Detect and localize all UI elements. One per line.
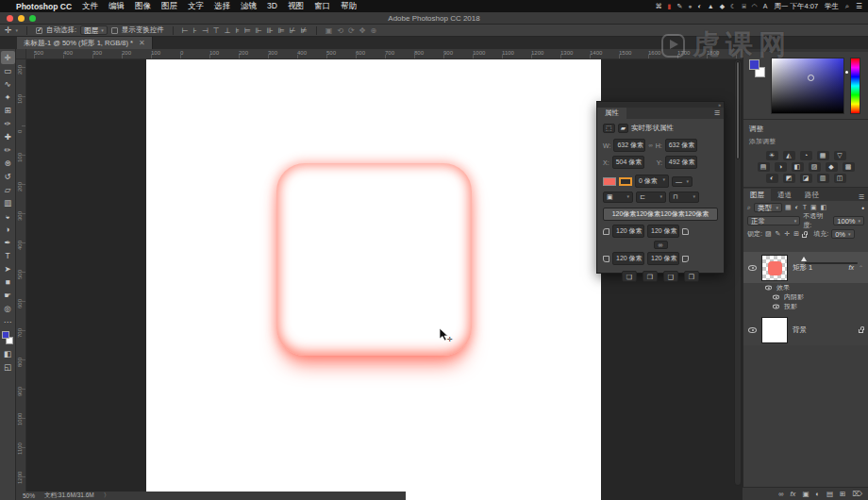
screen-mode-button[interactable]: ◱ [1,360,15,374]
tab-layers[interactable]: 图层 [743,189,771,201]
align-left-icon[interactable]: ⊢ [182,26,189,35]
3d-slide-icon[interactable]: ⊕ [370,26,376,35]
panel-menu-icon[interactable]: ☰ [714,109,720,117]
shield-icon[interactable]: ◆ [720,3,725,10]
vertical-ruler[interactable]: 2001000100200300400500600700800900100011… [16,59,26,500]
levels-icon[interactable]: ◭ [783,151,795,160]
menu-item[interactable]: 图像 [135,1,151,12]
zoom-tool[interactable]: ◎ [1,302,15,315]
color-lookup-icon[interactable]: ▩ [843,162,855,172]
exposure-icon[interactable]: ▦ [817,151,829,160]
layers-menu-icon[interactable]: ☰ [859,193,864,201]
lock-pixels-icon[interactable]: ✎ [776,230,781,238]
new-layer-icon[interactable]: ⊞ [840,490,845,498]
menu-item[interactable]: 滤镜 [241,1,257,12]
distribute-left-icon[interactable]: ⊫ [278,26,285,35]
radius-summary-field[interactable]: 120像素120像素120像素120像素 [603,208,718,221]
invert-icon[interactable]: ◐ [766,174,778,183]
panel-drag-bar[interactable]: » [597,102,724,108]
menu-app-name[interactable]: Photoshop CC [16,2,72,11]
close-document-icon[interactable]: ✕ [139,39,145,47]
visibility-eye-icon[interactable] [773,295,779,300]
stroke-color-swatch[interactable] [619,177,632,186]
quick-selection-tool[interactable]: ✦ [1,91,15,104]
stroke-style-dropdown[interactable]: —▾ [672,176,693,187]
menu-item[interactable]: 3D [267,1,277,12]
mountain-icon[interactable]: ▲ [708,3,714,9]
corner-top-right-icon[interactable] [682,228,689,235]
posterize-icon[interactable]: ◩ [783,174,795,183]
pixel-layer-filter-icon[interactable]: ▦ [785,204,792,211]
history-brush-tool[interactable]: ↺ [1,170,15,183]
shape-mode-icon[interactable]: ▰ [618,124,628,133]
3d-orbit-icon[interactable]: ⟲ [337,26,343,35]
blur-tool[interactable]: ◒ [1,209,15,223]
rounded-rectangle-shape[interactable] [276,163,472,356]
path-selection-tool[interactable]: ➤ [1,262,15,275]
menu-item[interactable]: 帮助 [341,1,357,12]
opacity-dropdown[interactable]: 100% ▾ [833,216,864,225]
curves-icon[interactable]: ◔ [800,151,812,160]
vertical-scrollbar[interactable] [734,59,742,486]
fill-slider-track[interactable] [805,262,858,264]
radius-top-right-field[interactable]: 120 像素 [647,225,679,238]
corner-bottom-left-icon[interactable] [603,256,609,262]
gradient-tool[interactable]: ▥ [1,196,15,209]
healing-brush-tool[interactable]: ✚ [1,130,15,143]
layer-style-icon[interactable]: fx [791,490,796,498]
fill-slider-thumb[interactable] [801,257,807,261]
type-tool[interactable]: T [1,249,15,262]
quick-mask-button[interactable]: ◧ [1,347,15,360]
display-icon[interactable]: ⌸ [742,3,745,10]
lock-all-icon[interactable] [802,234,807,238]
rectangle-tool[interactable]: ■ [1,275,15,289]
visibility-eye-icon[interactable] [773,305,779,309]
exclude-shape-icon[interactable]: ❒ [684,271,699,282]
gradient-map-icon[interactable]: ▥ [817,174,829,183]
horizontal-ruler[interactable]: 5004003002001000100200300400500600700800… [26,49,743,59]
corner-top-left-icon[interactable] [603,228,609,235]
ime-icon[interactable]: A [763,3,768,9]
menu-item[interactable]: 编辑 [108,1,125,12]
status-chevron-icon[interactable]: 〉 [104,492,110,500]
color-picker-ring[interactable] [808,75,814,81]
visibility-eye-icon[interactable] [765,286,772,291]
stroke-align-icon[interactable]: ▣▾ [603,192,633,203]
blend-mode-dropdown[interactable]: 正常 ▾ [747,216,800,225]
wifi-icon[interactable]: ◠ [752,3,758,10]
collapse-panel-icon[interactable]: » [718,102,721,108]
drop-shadow-row[interactable]: 投影 [743,302,868,311]
moon-icon[interactable]: ☾ [730,3,736,10]
hue-slider-marker[interactable] [845,71,848,74]
align-right-icon[interactable]: ⊣ [202,26,209,35]
menu-item[interactable]: 视图 [288,1,304,12]
mask-mode-icon[interactable]: ⬚ [603,124,615,133]
height-field[interactable]: 632 像素 [665,139,697,152]
control-center-icon[interactable]: ☰ [856,2,862,10]
x-field[interactable]: 504 像素 [612,156,644,169]
tool-preset-caret-icon[interactable]: ▾ [16,27,19,33]
panel-foreground-swatch[interactable] [749,59,760,70]
minimize-window-button[interactable] [18,15,25,22]
auto-select-checkbox[interactable] [36,27,42,34]
filter-search-icon[interactable]: ⌕ [747,204,751,211]
layer-name[interactable]: 背景 [793,325,807,335]
lock-artboard-icon[interactable]: ⊞ [793,230,799,238]
stroke-corner-icon[interactable]: ⊓▾ [669,192,699,203]
brush-tool[interactable]: ✏ [1,143,15,157]
corner-bottom-right-icon[interactable] [682,256,689,262]
group-layers-icon[interactable]: ▤ [826,490,833,498]
combine-shapes-icon[interactable]: ❏ [622,271,637,282]
ruler-corner[interactable] [16,49,26,59]
visibility-eye-icon[interactable] [748,265,757,271]
align-middle-icon[interactable]: ⊥ [225,26,231,35]
scrollbar-thumb[interactable] [736,61,740,159]
record-icon[interactable]: ▮ [668,3,672,10]
threshold-icon[interactable]: ◪ [800,174,812,183]
black-white-icon[interactable]: ◧ [792,162,804,172]
shape-layer-filter-icon[interactable]: ▣ [810,204,817,211]
color-balance-icon[interactable]: ◑ [775,162,787,172]
clone-stamp-tool[interactable]: ⊛ [1,157,15,170]
menu-item[interactable]: 窗口 [314,1,330,12]
saturation-brightness-field[interactable] [771,58,844,114]
